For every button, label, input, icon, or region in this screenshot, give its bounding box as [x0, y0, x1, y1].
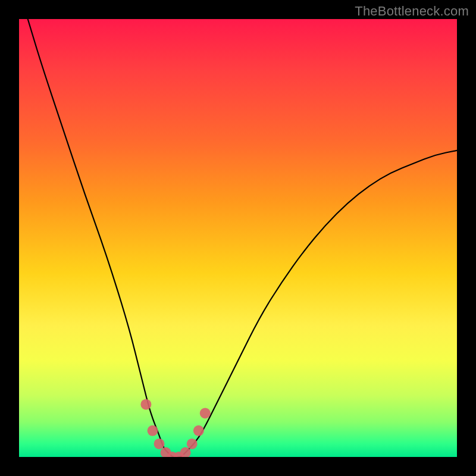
curve-svg [19, 19, 457, 457]
trough-marker [154, 439, 165, 449]
watermark-text: TheBottleneck.com [355, 4, 469, 19]
trough-markers [140, 399, 210, 457]
trough-marker [200, 408, 211, 418]
trough-marker [148, 425, 158, 436]
bottleneck-curve-path [28, 19, 457, 457]
chart-frame: TheBottleneck.com [0, 0, 476, 476]
trough-marker [187, 439, 198, 449]
trough-marker [140, 399, 151, 410]
plot-area [19, 19, 457, 457]
trough-marker [193, 425, 204, 436]
